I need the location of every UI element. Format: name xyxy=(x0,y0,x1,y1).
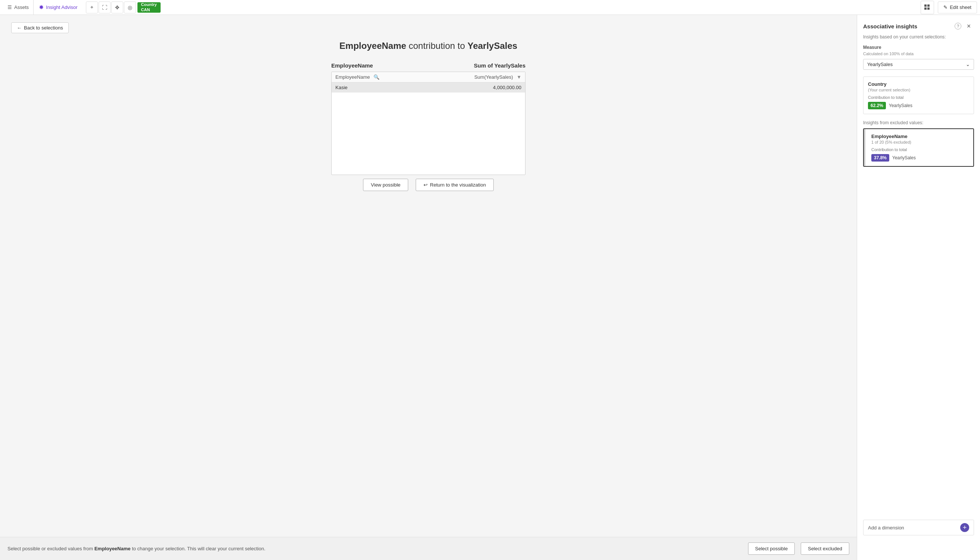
select-excluded-btn[interactable]: Select excluded xyxy=(801,542,849,555)
insight-advisor-label: Insight Advisor xyxy=(46,5,78,10)
measure-value: YearlySales xyxy=(867,62,893,67)
select-possible-btn[interactable]: Select possible xyxy=(748,542,795,555)
green-badge-field: YearlySales xyxy=(889,103,912,108)
add-dimension-btn[interactable]: Add a dimension + xyxy=(863,520,974,535)
add-dimension-plus-icon: + xyxy=(960,523,969,532)
insight-advisor-tab[interactable]: ✸ Insight Advisor xyxy=(33,0,83,15)
add-dimension-label: Add a dimension xyxy=(868,525,904,530)
back-btn-label: Back to selections xyxy=(24,25,63,31)
svg-rect-3 xyxy=(927,7,930,10)
sidebar-close-btn[interactable]: × xyxy=(963,21,974,31)
page-title: EmployeeName contribution to YearlySales xyxy=(11,41,846,51)
selection-pill[interactable]: Country CAN xyxy=(137,2,161,13)
svg-rect-0 xyxy=(924,5,926,7)
table-header-col2: Sum(YearlySales) ▼ xyxy=(474,74,522,80)
title-middle: contribution to xyxy=(406,41,468,51)
select-lasso-btn[interactable]: ⌖ xyxy=(86,2,98,13)
pill-value: CAN xyxy=(141,7,157,12)
back-arrow-icon: ← xyxy=(17,25,22,31)
insight-icon: ✸ xyxy=(39,4,44,11)
excluded-card[interactable]: EmployeeName 1 of 20 (5% excluded) Contr… xyxy=(863,128,974,167)
search-icon[interactable]: 🔍 xyxy=(373,74,380,80)
circle-select-btn[interactable]: ◎ xyxy=(124,2,136,13)
row-employee-name: Kasie xyxy=(335,85,493,90)
table-row[interactable]: Kasie 4,000,000.00 xyxy=(332,82,525,93)
sidebar-header: Associative insights ? × xyxy=(863,21,974,31)
table-header-row: EmployeeName 🔍 Sum(YearlySales) ▼ xyxy=(332,72,525,82)
pan-btn[interactable]: ✥ xyxy=(111,2,123,13)
excluded-contribution-row: 37.8% YearlySales xyxy=(871,154,969,162)
content-area: ← Back to selections EmployeeName contri… xyxy=(0,15,857,560)
select-possible-label: Select possible xyxy=(755,546,788,552)
zoom-btn[interactable]: ⛶ xyxy=(99,2,110,13)
chevron-down-icon: ⌄ xyxy=(966,62,970,67)
purple-badge-field: YearlySales xyxy=(892,155,916,160)
col-header-employee: EmployeeName xyxy=(331,62,436,68)
measure-section-label: Measure xyxy=(863,45,974,50)
bottom-bar: Select possible or excluded values from … xyxy=(0,537,857,560)
measure-sublabel: Calculated on 100% of data xyxy=(863,52,974,56)
row-sales-value: 4,000,000.00 xyxy=(493,85,522,90)
topbar: ☰ Assets ✸ Insight Advisor ⌖ ⛶ ✥ ◎ Count… xyxy=(0,0,980,15)
current-selection-title: Country xyxy=(868,81,969,87)
green-badge: 62.2% xyxy=(868,102,886,109)
header-col1-text: EmployeeName xyxy=(335,74,370,80)
bottom-bar-text: Select possible or excluded values from … xyxy=(7,546,742,552)
purple-badge: 37.8% xyxy=(871,154,889,162)
view-possible-label: View possible xyxy=(371,182,400,188)
return-arrow-icon: ↩ xyxy=(423,182,428,188)
measure-dropdown[interactable]: YearlySales ⌄ xyxy=(863,59,974,70)
bottom-text-suffix: to change your selection. This will clea… xyxy=(131,546,266,552)
topbar-right: ✎ Edit sheet xyxy=(921,1,977,14)
return-visualization-btn[interactable]: ↩ Return to the visualization xyxy=(416,179,494,191)
table-empty-area xyxy=(332,93,525,175)
view-possible-btn[interactable]: View possible xyxy=(363,179,408,191)
help-icon[interactable]: ? xyxy=(955,23,961,30)
edit-icon: ✎ xyxy=(943,5,948,10)
sidebar: Associative insights ? × Insights based … xyxy=(857,15,980,560)
back-to-selections-btn[interactable]: ← Back to selections xyxy=(11,22,69,33)
excluded-bar-indicator xyxy=(864,129,865,166)
assets-label: Assets xyxy=(14,5,29,10)
current-selection-sub: (Your current selection) xyxy=(868,88,969,92)
header-col2-text: Sum(YearlySales) xyxy=(474,74,513,80)
column-headers: EmployeeName Sum of YearlySales xyxy=(11,62,846,68)
data-table: EmployeeName 🔍 Sum(YearlySales) ▼ Kasie … xyxy=(331,72,525,175)
assets-tab[interactable]: ☰ Assets xyxy=(3,0,33,15)
edit-sheet-btn[interactable]: ✎ Edit sheet xyxy=(938,2,977,13)
excluded-contribution-label: Contribution to total xyxy=(871,147,969,152)
svg-rect-1 xyxy=(927,5,930,7)
table-header-col1: EmployeeName 🔍 xyxy=(335,74,474,80)
excluded-section-label: Insights from excluded values: xyxy=(863,120,974,125)
excluded-card-sub: 1 of 20 (5% excluded) xyxy=(871,140,969,144)
action-buttons: View possible ↩ Return to the visualizat… xyxy=(11,179,846,191)
return-label: Return to the visualization xyxy=(430,182,486,188)
col-header-sales: Sum of YearlySales xyxy=(436,62,525,68)
bottom-field-name: EmployeeName xyxy=(94,546,131,552)
contribution-label: Contribution to total xyxy=(868,95,969,100)
select-excluded-label: Select excluded xyxy=(808,546,842,552)
title-field2: YearlySales xyxy=(468,41,517,51)
title-field1: EmployeeName xyxy=(339,41,406,51)
toolbar-icons: ⌖ ⛶ ✥ ◎ xyxy=(86,2,136,13)
svg-rect-2 xyxy=(924,7,926,10)
sort-arrow-icon[interactable]: ▼ xyxy=(517,74,522,80)
excluded-card-title: EmployeeName xyxy=(871,133,969,139)
sidebar-subtitle: Insights based on your current selection… xyxy=(863,34,974,40)
assets-icon: ☰ xyxy=(7,5,12,10)
grid-view-btn[interactable] xyxy=(921,1,934,14)
contribution-row: 62.2% YearlySales xyxy=(868,102,969,109)
main-layout: ← Back to selections EmployeeName contri… xyxy=(0,15,980,560)
pill-country: Country xyxy=(141,2,157,7)
sidebar-title: Associative insights xyxy=(863,23,917,30)
edit-sheet-label: Edit sheet xyxy=(950,5,972,10)
bottom-text-prefix: Select possible or excluded values from xyxy=(7,546,94,552)
current-selection-card: Country (Your current selection) Contrib… xyxy=(863,77,974,114)
